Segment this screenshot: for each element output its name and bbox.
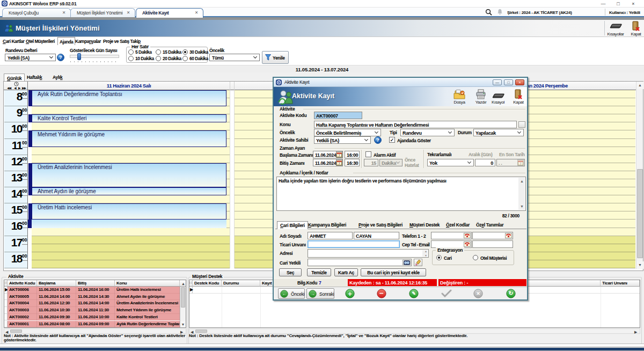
- cari-radio[interactable]: [436, 255, 442, 260]
- add-button[interactable]: +: [345, 289, 355, 299]
- calendar-event-5[interactable]: Üretim Hattı incelemesi: [32, 203, 226, 220]
- dialog-toolbar-keyboard-button[interactable]: Kısayol: [487, 88, 509, 105]
- dialog-title-bar[interactable]: Aktivite Kayıt — □ ×: [274, 78, 527, 87]
- window-maximize-button[interactable]: □: [612, 1, 624, 7]
- search-icon[interactable]: [485, 9, 492, 17]
- otel-radio[interactable]: [473, 255, 478, 260]
- delete-button[interactable]: −: [377, 289, 386, 299]
- yenile-button[interactable]: Yenile: [262, 51, 289, 64]
- menu-item-3[interactable]: Kampanyalar: [75, 39, 101, 44]
- soyadi-input[interactable]: CAYAN: [354, 232, 399, 239]
- hscroll-thumb[interactable]: [195, 330, 207, 333]
- destek-col-header-1[interactable]: Durumu: [222, 280, 260, 287]
- alarm-checkbox[interactable]: [365, 151, 371, 157]
- edit-button[interactable]: ✎: [409, 289, 419, 299]
- aralik-input[interactable]: 0: [475, 159, 495, 166]
- refresh-button[interactable]: ↻: [506, 289, 516, 299]
- dialog-close-button[interactable]: ×: [515, 79, 524, 85]
- ticari-input[interactable]: [308, 240, 400, 248]
- bitis-time-input[interactable]: 16:30: [345, 159, 360, 166]
- dialog-tab-2[interactable]: Proje ve Satış Bilgileri: [358, 222, 402, 228]
- scroll-down-button[interactable]: ▼: [636, 261, 643, 269]
- dialog-tab-5[interactable]: Özel Tanımlar: [476, 222, 503, 228]
- tekrar-select[interactable]: Yok: [427, 159, 474, 166]
- adi-input[interactable]: AHMET: [308, 232, 353, 239]
- tipi-select[interactable]: Randevu: [400, 129, 455, 136]
- adresi-scroll[interactable]: ▲▼: [422, 250, 428, 257]
- calendar-event-4[interactable]: Ahmet Aydın ile görüşme: [32, 187, 226, 195]
- sec-button[interactable]: Seç: [279, 268, 302, 276]
- scroll-thumb[interactable]: [637, 169, 643, 258]
- baslama-time-input[interactable]: 16:00: [345, 151, 360, 158]
- scroll-up-icon[interactable]: ▲: [520, 178, 524, 185]
- dialog-maximize-button[interactable]: □: [504, 79, 513, 85]
- menu-item-2[interactable]: Ajanda: [57, 37, 75, 45]
- scroll-up-icon[interactable]: ▲: [425, 250, 427, 253]
- menu-item-0[interactable]: Cari Kartlar: [3, 39, 24, 44]
- day-column-1[interactable]: Aylık Rutin Değerlendirme Toplantısı Kal…: [28, 90, 230, 268]
- radio-20-dakika[interactable]: [156, 56, 161, 61]
- sahibi-help-button[interactable]: ?: [374, 136, 382, 145]
- radio-60-dakika[interactable]: [182, 56, 188, 61]
- randevu-defteri-select[interactable]: Yetkili (SA): [5, 54, 56, 61]
- karti-ac-button[interactable]: Kartı Aç: [334, 268, 358, 276]
- calendar-event-2[interactable]: Mehmet Yıldırım ile görüşme: [32, 130, 226, 147]
- phone-icon[interactable]: [505, 233, 512, 238]
- radio-30-dakika[interactable]: [182, 49, 188, 55]
- aktivite-vscroll[interactable]: ▼: [180, 287, 186, 327]
- scroll-down-icon[interactable]: ▼: [425, 254, 427, 257]
- destek-col-header-3[interactable]: Ticari Unvanı: [601, 280, 640, 287]
- close-module-button[interactable]: Kapat: [624, 20, 644, 36]
- hscroll-thumb[interactable]: [10, 330, 22, 333]
- aktivite-row-3[interactable]: AKT00003 11.06.2024 10:30 11.06.2024 11:…: [8, 307, 180, 314]
- tab-close-icon[interactable]: ✕: [62, 10, 65, 15]
- oncelik-select[interactable]: Tümü: [209, 54, 260, 61]
- email-input[interactable]: [472, 240, 513, 248]
- textarea-scrollbar[interactable]: ▲▼: [518, 178, 525, 210]
- notlar-textarea[interactable]: Hafta içinde yapılan tüm işlerin doğru t…: [276, 177, 526, 211]
- sonraki-button[interactable]: →Sonraki: [306, 288, 334, 299]
- telefon2-input[interactable]: [472, 232, 513, 239]
- calendar-vertical-scrollbar[interactable]: ▲ ▼: [636, 82, 643, 269]
- window-minimize-button[interactable]: —: [597, 1, 609, 7]
- konu-extra-button[interactable]: [518, 121, 525, 128]
- dialog-tab-4[interactable]: Özel Kodlar: [446, 222, 470, 228]
- aktivite-col-header-3[interactable]: Konu: [115, 280, 180, 287]
- onceki-button[interactable]: ←Önceki: [278, 288, 305, 299]
- konu-input[interactable]: Hafta Kapanış Toplantısı ve Haftanın Değ…: [314, 121, 517, 128]
- aktivite-vthumb[interactable]: [181, 287, 185, 308]
- aktivite-row-1[interactable]: AKT00005 11.06.2024 14:00 11.06.2024 14:…: [8, 294, 180, 301]
- telefon1-input[interactable]: [431, 232, 472, 239]
- tab-close-icon[interactable]: ✕: [195, 10, 198, 15]
- app-tab-0[interactable]: Kısayol Çubuğu ✕: [2, 8, 71, 17]
- radio-10-dakika[interactable]: [128, 56, 134, 61]
- nav-backward-icon[interactable]: ◀: [14, 86, 16, 90]
- nav-fast-forward-icon[interactable]: ▶▶: [22, 86, 26, 90]
- oncelik-dselect[interactable]: Öncelik Belirtilmemiş: [314, 129, 381, 136]
- phone-icon[interactable]: [464, 242, 471, 247]
- scroll-up-icon[interactable]: ▲: [181, 280, 185, 287]
- phone-icon[interactable]: [464, 233, 471, 238]
- window-close-button[interactable]: ×: [627, 1, 639, 7]
- kod-input[interactable]: AKT00007: [314, 112, 362, 119]
- calendar-view-tab-2[interactable]: Aylık: [53, 75, 63, 80]
- yeni-kayit-button[interactable]: Bu cari için yeni kayıt ekle: [361, 268, 426, 276]
- scroll-down-icon[interactable]: ▼: [520, 203, 524, 210]
- sahibi-select[interactable]: Yetkili (SA): [314, 136, 371, 144]
- calendar-event-1[interactable]: Kalite Kontrol Testleri: [32, 114, 226, 122]
- ajanda-checkbox[interactable]: ✓: [389, 137, 395, 143]
- aktivite-row-2[interactable]: AKT00004 11.06.2024 12:30 11.06.2024 14:…: [8, 300, 180, 307]
- dialog-toolbar-exit-door-button[interactable]: Kapat: [508, 88, 529, 105]
- cancel-button[interactable]: ✕: [473, 289, 483, 299]
- bell-icon[interactable]: [497, 9, 503, 16]
- durum-select[interactable]: Yapılacak: [473, 129, 524, 136]
- aktivite-row-5[interactable]: AKT00001 11.06.2024 08:00 11.06.2024 09:…: [8, 321, 180, 328]
- bitis-calendar-button[interactable]: 7: [336, 159, 342, 166]
- aktivite-col-header-0[interactable]: Aktivite Kodu: [8, 280, 37, 287]
- scroll-up-button[interactable]: ▲: [636, 82, 643, 89]
- nav-forward-icon[interactable]: ▶: [18, 86, 20, 90]
- menu-item-1[interactable]: Otel Müşterileri: [26, 39, 55, 44]
- adresi-textarea[interactable]: ▲▼: [308, 249, 429, 258]
- app-tab-2[interactable]: Aktivite Kayıt ✕: [136, 8, 203, 18]
- help-button[interactable]: ?: [57, 54, 64, 62]
